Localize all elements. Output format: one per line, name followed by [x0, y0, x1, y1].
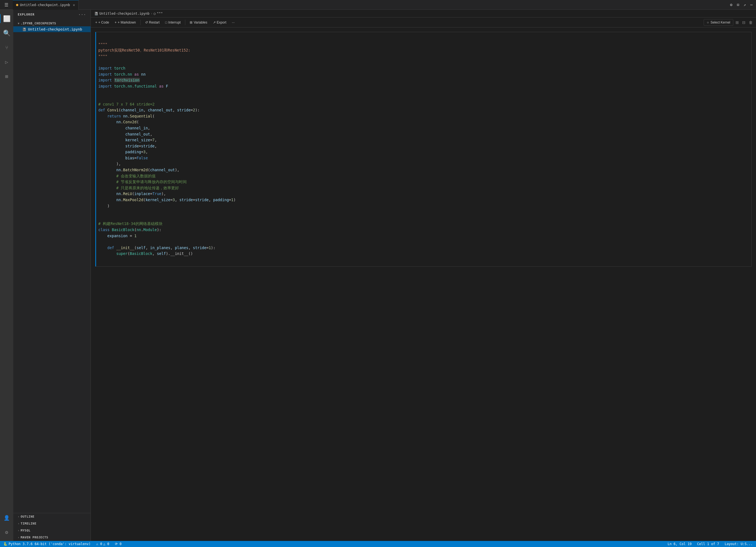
status-cell-label: Cell 1 of 7: [697, 542, 719, 546]
toolbar-separator-1: [140, 20, 141, 25]
variables-label: Variables: [194, 20, 207, 24]
status-layout-label: Layout: U:S...: [725, 542, 753, 546]
sidebar-item-outline[interactable]: › OUTLINE: [13, 513, 91, 520]
extensions-icon: ⊞: [5, 73, 8, 79]
activity-bar-account[interactable]: 👤: [0, 511, 13, 524]
status-warnings-label: △ 0: [103, 542, 109, 546]
activity-bar-run[interactable]: ▷: [0, 55, 13, 68]
status-cell[interactable]: Cell 1 of 7: [696, 542, 720, 546]
editor-area: 📓 Untitled-checkpoint.ipynb › ○ """ + + …: [91, 10, 756, 541]
plus-icon: +: [95, 20, 97, 24]
restart-label: Restart: [149, 20, 160, 24]
breadcrumb-cell-icon: ○: [154, 12, 156, 16]
add-markdown-label: + Markdown: [118, 20, 136, 24]
outline-label: OUTLINE: [21, 515, 35, 518]
chevron-right-icon-4: ›: [18, 536, 20, 539]
more-button[interactable]: ···: [230, 19, 237, 25]
add-code-label: + Code: [98, 20, 109, 24]
status-bar-right: Ln 6, Col 19 Cell 1 of 7 Layout: U:S...: [667, 542, 754, 546]
activity-bar: ⬜ 🔍 ⑂ ▷ ⊞ 👤 ⚙: [0, 10, 13, 541]
split-icon[interactable]: ↗: [742, 2, 747, 7]
search-icon: 🔍: [3, 30, 11, 37]
status-position[interactable]: Ln 6, Col 19: [667, 542, 693, 546]
activity-bar-bottom: 👤 ⚙: [0, 511, 13, 539]
cell-action-delete[interactable]: 🗑: [748, 20, 754, 25]
status-layout[interactable]: Layout: U:S...: [724, 542, 754, 546]
add-code-button[interactable]: + + Code: [93, 19, 111, 25]
breadcrumb-filename[interactable]: Untitled-checkpoint.ipynb: [99, 12, 150, 16]
explorer-title: EXPLORER: [18, 13, 35, 16]
sidebar-bottom-sections: › OUTLINE › TIMELINE › MYSQL › MAVEN PRO…: [13, 513, 91, 541]
main-layout: ⬜ 🔍 ⑂ ▷ ⊞ 👤 ⚙ EXPLORER ···: [0, 10, 756, 541]
activity-bar-search[interactable]: 🔍: [0, 26, 13, 40]
chevron-down-icon: ▼: [18, 22, 20, 25]
add-markdown-button[interactable]: + + Markdown: [112, 19, 138, 25]
notebook-icon: 📓: [22, 27, 26, 31]
code-cell: """" pytorch实现ResNet50、ResNet101和ResNet1…: [95, 32, 752, 266]
activity-bar-source-control[interactable]: ⑂: [0, 41, 13, 54]
tabs-area: Untitled-checkpoint.ipynb ×: [13, 0, 727, 9]
layout-icon[interactable]: ⊡: [736, 2, 740, 7]
plus-icon-2: +: [115, 20, 117, 24]
toolbar-right: ○ Select Kernel ⊞ ⊟ 🗑: [704, 19, 754, 26]
select-kernel-label: Select Kernel: [711, 20, 730, 24]
export-icon: ↗: [213, 20, 216, 24]
sidebar-section: ▼ .IPYNB_CHECKPOINTS 📓 Untitled-checkpoi…: [13, 19, 91, 33]
restart-button[interactable]: ↺ Restart: [143, 19, 162, 25]
status-sync[interactable]: ⟳ 0: [114, 542, 123, 546]
cell-code-content[interactable]: """" pytorch实现ResNet50、ResNet101和ResNet1…: [96, 32, 751, 266]
mysql-label: MYSQL: [21, 529, 31, 532]
sidebar-item-maven[interactable]: › MAVEN PROJECTS: [13, 534, 91, 541]
sidebar-group-label: .IPYNB_CHECKPOINTS: [21, 22, 56, 25]
status-sync-label: ⟳ 0: [115, 542, 122, 546]
status-position-label: Ln 6, Col 19: [668, 542, 692, 546]
maven-label: MAVEN PROJECTS: [21, 536, 48, 539]
sidebar: EXPLORER ··· ▼ .IPYNB_CHECKPOINTS 📓 Unti…: [13, 10, 91, 541]
variables-icon: ⊞: [190, 20, 192, 24]
status-errors[interactable]: ⚠ 0 △ 0: [95, 542, 110, 546]
status-bar-left: 🐍 Python 3.7.6 64-bit ('conda': virtuale…: [2, 542, 123, 546]
restart-icon: ↺: [145, 20, 148, 24]
activity-bar-settings[interactable]: ⚙: [0, 525, 13, 539]
more-actions-icon[interactable]: ⋯: [749, 2, 754, 7]
sidebar-item-mysql[interactable]: › MYSQL: [13, 527, 91, 534]
sidebar-file-untitled[interactable]: 📓 Untitled-checkpoint.ipynb: [13, 26, 91, 32]
status-errors-label: ⚠ 0: [96, 542, 102, 546]
activity-bar-explorer[interactable]: ⬜: [0, 12, 13, 25]
breadcrumb-bar: 📓 Untitled-checkpoint.ipynb › ○ """: [91, 10, 756, 17]
more-icon: ···: [232, 20, 235, 24]
account-icon: 👤: [4, 515, 10, 521]
tab-untitled-checkpoint[interactable]: Untitled-checkpoint.ipynb ×: [13, 0, 79, 10]
tab-label: Untitled-checkpoint.ipynb: [20, 3, 70, 7]
sidebar-group-checkpoints[interactable]: ▼ .IPYNB_CHECKPOINTS: [13, 20, 91, 26]
export-button[interactable]: ↗ Export: [211, 19, 229, 25]
variables-button[interactable]: ⊞ Variables: [187, 19, 209, 25]
status-python[interactable]: 🐍 Python 3.7.6 64-bit ('conda': virtuale…: [2, 542, 92, 546]
cell-action-split[interactable]: ⊞: [734, 20, 740, 25]
explorer-icon: ⬜: [3, 15, 11, 22]
hamburger-menu-icon[interactable]: ☰: [2, 1, 11, 9]
sidebar-item-timeline[interactable]: › TIMELINE: [13, 520, 91, 527]
title-bar: ☰ Untitled-checkpoint.ipynb × ⚙ ⊡ ↗ ⋯: [0, 0, 756, 10]
sidebar-header: EXPLORER ···: [13, 10, 91, 19]
status-bar: 🐍 Python 3.7.6 64-bit ('conda': virtuale…: [0, 541, 756, 547]
notebook-icon-breadcrumb: 📓: [94, 12, 98, 16]
select-kernel-button[interactable]: ○ Select Kernel: [704, 19, 733, 26]
tab-close-button[interactable]: ×: [73, 3, 75, 7]
activity-bar-extensions[interactable]: ⊞: [0, 70, 13, 83]
gear-icon: ⚙: [5, 529, 8, 535]
sidebar-file-label: Untitled-checkpoint.ipynb: [28, 27, 82, 31]
cell-action-merge[interactable]: ⊟: [741, 20, 747, 25]
chevron-right-icon-3: ›: [18, 529, 20, 532]
interrupt-button[interactable]: □ Interrupt: [163, 19, 183, 25]
breadcrumb-cell-label[interactable]: """: [157, 12, 163, 16]
chevron-right-icon-2: ›: [18, 522, 20, 525]
python-icon: 🐍: [3, 542, 7, 546]
interrupt-label: Interrupt: [168, 20, 181, 24]
settings-icon[interactable]: ⚙: [729, 2, 733, 7]
sidebar-more-icon[interactable]: ···: [78, 12, 86, 17]
notebook-toolbar: + + Code + + Markdown ↺ Restart □ Interr…: [91, 17, 756, 27]
title-bar-right: ⚙ ⊡ ↗ ⋯: [727, 2, 756, 7]
notebook-content[interactable]: """" pytorch实现ResNet50、ResNet101和ResNet1…: [91, 27, 756, 541]
toolbar-separator-2: [185, 20, 185, 25]
